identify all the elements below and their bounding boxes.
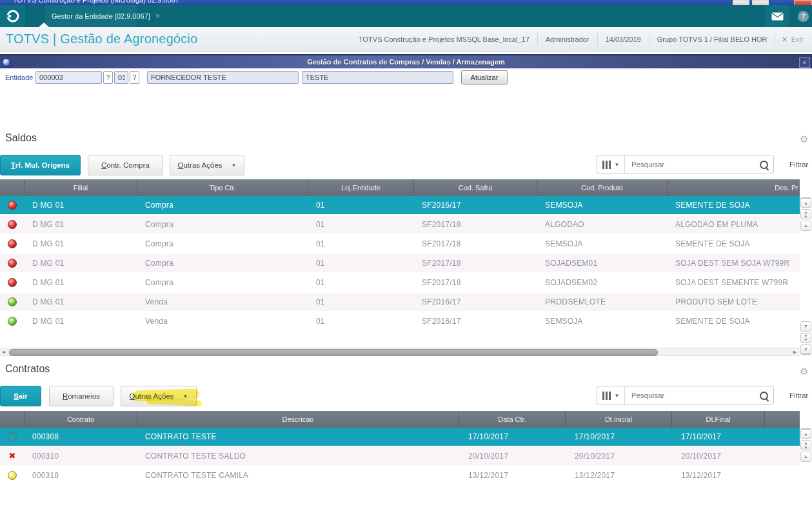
scrollbar-thumb[interactable]	[9, 349, 658, 356]
table-row[interactable]: 000308 CONTRATO TESTE 17/10/2017 17/10/2…	[0, 428, 800, 447]
table-row[interactable]: D MG 01 Compra 01 SF2017/18 SOJADSEM01 S…	[0, 254, 800, 274]
branch-label[interactable]: Grupo TOTVS 1 / Filial BELO HOR	[649, 35, 775, 43]
entity-name-field[interactable]	[147, 71, 299, 84]
status-icon	[8, 471, 17, 480]
chevron-down-icon: ▼	[615, 393, 620, 399]
saldos-outras-acoes-button[interactable]: Outras Ações ▼	[170, 155, 244, 175]
romaneios-button[interactable]: Romaneios	[49, 386, 114, 406]
table-row[interactable]: D MG 01 Compra 01 SF2016/17 SEMSOJA SEME…	[0, 196, 800, 215]
button-accel: T	[11, 161, 15, 169]
scroll-up-button[interactable]	[800, 452, 811, 462]
column-header[interactable]: Descricao	[137, 411, 459, 428]
status-icon	[8, 239, 17, 248]
environment-label: TOTVS Construção e Projetos MSSQL Base_l…	[351, 35, 537, 43]
entity-store-input[interactable]	[114, 71, 128, 84]
chevron-down-icon: ▼	[232, 163, 237, 168]
scroll-page-up-button[interactable]	[800, 440, 811, 450]
column-header[interactable]: Dt.Final	[672, 411, 765, 428]
gear-icon[interactable]: ⚙	[800, 134, 810, 144]
button-label: utras Ações	[183, 161, 222, 169]
contratos-outras-acoes-button[interactable]: Outras Ações ▼	[121, 386, 197, 406]
help-button[interactable]: ?	[795, 5, 812, 27]
status-icon	[8, 278, 17, 287]
column-header[interactable]: Cod. Produto	[537, 179, 668, 196]
columns-icon	[602, 392, 604, 400]
column-header-status[interactable]	[0, 179, 25, 196]
button-accel: C	[101, 161, 106, 169]
status-icon	[8, 317, 17, 326]
table-row[interactable]: D MG 01 Compra 01 SF2017/18 SEMSOJA SEME…	[0, 235, 800, 254]
close-button[interactable]	[794, 0, 812, 5]
os-titlebar: TOTVS Construção e Projetos (Microsiga) …	[0, 0, 812, 5]
search-icon	[760, 161, 768, 169]
table-row[interactable]: D MG 01 Compra 01 SF2017/18 SOJADSEM02 S…	[0, 274, 800, 293]
session-info: TOTVS Construção e Projetos MSSQL Base_l…	[351, 27, 809, 51]
column-picker-button[interactable]: ▼	[597, 386, 625, 404]
button-label: ontr. Compra	[106, 161, 149, 169]
saldos-search-input[interactable]	[625, 155, 754, 174]
status-icon	[8, 432, 17, 441]
tab-gestor-da-entidade[interactable]: Gestor da Entidade [02.9.0067] ×	[45, 5, 137, 27]
app-title: TOTVS | Gestão de Agronegócio	[6, 32, 197, 46]
scroll-top-button[interactable]	[800, 197, 811, 208]
saldos-section-title: Saldos	[5, 132, 37, 144]
sair-button[interactable]: Sair	[0, 386, 41, 406]
table-row[interactable]: 000310 CONTRATO TESTE SALDO 20/10/2017 2…	[0, 447, 800, 466]
scroll-down-button[interactable]	[800, 321, 811, 332]
table-row[interactable]: D MG 01 Venda 01 SF2016/17 SEMSOJA SEMEN…	[0, 312, 800, 332]
column-header-extra[interactable]	[765, 411, 800, 428]
scroll-right-icon[interactable]: ▶	[791, 349, 798, 355]
search-button[interactable]	[754, 386, 773, 404]
status-icon	[8, 220, 17, 229]
table-row[interactable]: D MG 01 Venda 01 SF2016/17 PRODSEMLOTE P…	[0, 293, 800, 312]
saldos-filter-link[interactable]: Filtrar	[789, 161, 808, 168]
gear-icon[interactable]: ⚙	[800, 366, 810, 377]
entity-lookup-button[interactable]: ?	[103, 71, 113, 84]
table-row[interactable]: 000318 CONTRATO TESTE CAMILA 13/12/2017 …	[0, 466, 800, 486]
column-header[interactable]: Loj.Entidade	[308, 179, 414, 196]
search-icon	[760, 392, 768, 400]
scroll-page-down-button[interactable]	[800, 333, 811, 343]
exit-button[interactable]: × Exit	[775, 34, 809, 45]
trf-mul-origens-button[interactable]: Trf. Mul. Origens	[0, 155, 81, 175]
user-label[interactable]: Administrador	[538, 35, 597, 43]
scroll-top-button[interactable]	[800, 428, 811, 439]
contr-compra-button[interactable]: Contr. Compra	[88, 155, 163, 175]
refresh-button[interactable]: Atualizar	[461, 70, 508, 85]
column-header[interactable]: Des. Pr	[668, 179, 800, 196]
contratos-filter-link[interactable]: Filtrar	[789, 392, 808, 399]
column-header[interactable]: Dt.Inicial	[566, 411, 672, 428]
maximize-button[interactable]	[752, 0, 769, 5]
column-header-status[interactable]	[0, 411, 25, 428]
store-lookup-button[interactable]: ?	[130, 71, 139, 84]
tab-close-icon[interactable]: ×	[155, 12, 160, 21]
entity-shortname-field[interactable]	[302, 71, 453, 84]
scroll-up-button[interactable]	[800, 221, 811, 231]
totvs-logo[interactable]	[0, 5, 26, 27]
column-header[interactable]: Filial	[25, 179, 137, 196]
entity-code-input[interactable]	[35, 71, 102, 84]
dialog-close-button[interactable]: ×	[799, 57, 810, 68]
column-picker-button[interactable]: ▼	[597, 155, 625, 174]
minimize-button[interactable]	[733, 0, 749, 5]
column-header[interactable]: Tipo Ctr.	[137, 179, 308, 196]
mail-button[interactable]	[765, 5, 790, 27]
saldos-horizontal-scrollbar[interactable]: ◀ ▶	[0, 348, 800, 356]
dialog-titlebar: Gestão de Contratos de Compras / Vendas …	[0, 54, 812, 68]
status-icon	[8, 452, 17, 461]
contratos-search-input[interactable]	[625, 386, 754, 404]
date-label: 14/03/2019	[598, 35, 649, 43]
table-row[interactable]: D MG 01 Compra 01 SF2017/18 ALGODAO ALGO…	[0, 215, 800, 235]
status-icon	[8, 259, 17, 268]
close-icon: ×	[782, 34, 787, 45]
column-header[interactable]: Cod. Safra	[414, 179, 537, 196]
column-header[interactable]: Contrato	[25, 411, 137, 428]
app-header: TOTVS | Gestão de Agronegócio TOTVS Cons…	[0, 27, 812, 52]
scroll-left-icon[interactable]: ◀	[0, 349, 7, 355]
scroll-bottom-button[interactable]	[800, 344, 811, 355]
dialog-title: Gestão de Contratos de Compras / Vendas …	[0, 58, 812, 66]
button-accel: O	[178, 161, 184, 169]
search-button[interactable]	[754, 155, 773, 174]
scroll-page-up-button[interactable]	[800, 209, 811, 219]
column-header[interactable]: Data Ctr.	[459, 411, 566, 428]
